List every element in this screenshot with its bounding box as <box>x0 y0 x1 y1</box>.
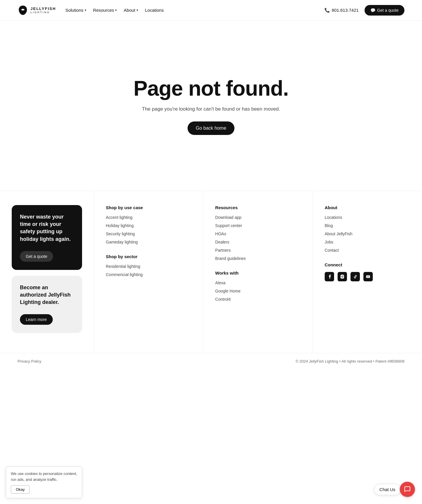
list-item: Contact <box>325 248 410 253</box>
list-item: About JellyFish <box>325 231 410 236</box>
security-lighting-link[interactable]: Security lighting <box>106 231 135 236</box>
blog-link[interactable]: Blog <box>325 223 333 228</box>
list-item: Commericial lighting <box>106 272 191 277</box>
list-item: Dealers <box>215 239 301 245</box>
accent-lighting-link[interactable]: Accent lighting <box>106 215 132 220</box>
connect-heading: Connect <box>325 262 410 267</box>
facebook-icon[interactable] <box>325 272 334 281</box>
navbar: JELLYFISH LIGHTING Solutions ▾ Resources… <box>0 0 422 21</box>
about-section: About Locations Blog About JellyFish Job… <box>325 205 410 253</box>
footer-about-col: About Locations Blog About JellyFish Job… <box>313 191 422 353</box>
shop-by-sector-section: Shop by sector Residential lighting Comm… <box>106 254 191 277</box>
phone-link[interactable]: 📞 801.613.7421 <box>324 8 359 13</box>
download-app-link[interactable]: Download app <box>215 215 241 220</box>
list-item: Blog <box>325 223 410 228</box>
list-item: HOAs <box>215 231 301 236</box>
instagram-icon[interactable] <box>338 272 347 281</box>
list-item: Residential lighting <box>106 264 191 269</box>
about-list: Locations Blog About JellyFish Jobs Cont… <box>325 215 410 253</box>
shop-use-case-heading: Shop by use case <box>106 205 191 210</box>
navbar-right: 📞 801.613.7421 💬 Get a quote <box>324 5 404 16</box>
shop-by-use-case-section: Shop by use case Accent lighting Holiday… <box>106 205 191 245</box>
shop-sector-list: Residential lighting Commericial lightin… <box>106 264 191 277</box>
brand-guidelines-link[interactable]: Brand guidelines <box>215 256 246 261</box>
works-with-list: Alexa Google Home Control4 <box>215 280 301 302</box>
main-content: Page not found. The page you're looking … <box>0 21 422 191</box>
holiday-lighting-link[interactable]: Holiday lighting <box>106 223 134 228</box>
about-heading: About <box>325 205 410 210</box>
control4-link[interactable]: Control4 <box>215 297 231 302</box>
list-item: Locations <box>325 215 410 220</box>
list-item: Holiday lighting <box>106 223 191 228</box>
footer-resources-col: Resources Download app Support center HO… <box>203 191 312 353</box>
nav-about[interactable]: About ▾ <box>124 8 138 13</box>
gameday-lighting-link[interactable]: Gameday lighting <box>106 240 138 244</box>
page-title: Page not found. <box>134 76 289 100</box>
chevron-down-icon: ▾ <box>137 9 138 12</box>
works-with-heading: Works with <box>215 270 301 275</box>
connect-section: Connect <box>325 262 410 281</box>
list-item: Support center <box>215 223 301 228</box>
commercial-lighting-link[interactable]: Commericial lighting <box>106 272 143 277</box>
phone-icon: 📞 <box>324 8 330 13</box>
footer: Never waste your time or risk your safet… <box>0 191 422 369</box>
list-item: Accent lighting <box>106 215 191 220</box>
chevron-down-icon: ▾ <box>115 9 117 12</box>
promo2-title: Become an authorized JellyFish Lighting … <box>20 284 74 306</box>
list-item: Brand guidelines <box>215 256 301 261</box>
works-with-section: Works with Alexa Google Home Control4 <box>215 270 301 302</box>
list-item: Security lighting <box>106 231 191 236</box>
list-item: Partners <box>215 248 301 253</box>
promo1-button[interactable]: Get a quote <box>20 251 53 262</box>
privacy-policy-link[interactable]: Privacy Policy <box>18 359 41 363</box>
quote-icon: 💬 <box>370 8 375 13</box>
nav-locations[interactable]: Locations <box>145 8 164 13</box>
footer-shop-col: Shop by use case Accent lighting Holiday… <box>94 191 203 353</box>
navbar-left: JELLYFISH LIGHTING Solutions ▾ Resources… <box>18 5 164 16</box>
logo-icon <box>18 5 28 16</box>
shop-sector-heading: Shop by sector <box>106 254 191 259</box>
nav-resources[interactable]: Resources ▾ <box>93 8 117 13</box>
youtube-icon[interactable] <box>363 272 373 281</box>
promo-card-dealer: Become an authorized JellyFish Lighting … <box>12 276 82 333</box>
list-item: Gameday lighting <box>106 239 191 245</box>
resources-heading: Resources <box>215 205 301 210</box>
shop-use-case-list: Accent lighting Holiday lighting Securit… <box>106 215 191 245</box>
hoas-link[interactable]: HOAs <box>215 231 226 236</box>
list-item: Alexa <box>215 280 301 285</box>
residential-lighting-link[interactable]: Residential lighting <box>106 264 140 269</box>
footer-bottom: Privacy Policy © 2024 JellyFish Lighting… <box>0 353 422 369</box>
get-quote-button[interactable]: 💬 Get a quote <box>365 5 404 16</box>
copyright-text: © 2024 JellyFish Lighting • All rights r… <box>296 359 404 363</box>
logo[interactable]: JELLYFISH LIGHTING <box>18 5 56 16</box>
jobs-link[interactable]: Jobs <box>325 240 333 244</box>
list-item: Download app <box>215 215 301 220</box>
nav-solutions[interactable]: Solutions ▾ <box>65 8 86 13</box>
logo-text: JELLYFISH LIGHTING <box>30 6 56 14</box>
list-item: Google Home <box>215 288 301 294</box>
locations-link[interactable]: Locations <box>325 215 342 220</box>
list-item: Jobs <box>325 239 410 245</box>
tiktok-icon[interactable] <box>350 272 360 281</box>
alexa-link[interactable]: Alexa <box>215 280 225 285</box>
google-home-link[interactable]: Google Home <box>215 289 240 293</box>
list-item: Control4 <box>215 297 301 302</box>
not-found-description: The page you're looking for can't be fou… <box>142 106 280 112</box>
dealers-link[interactable]: Dealers <box>215 240 229 244</box>
promo1-title: Never waste your time or risk your safet… <box>20 213 74 243</box>
resources-section: Resources Download app Support center HO… <box>215 205 301 261</box>
contact-link[interactable]: Contact <box>325 248 339 253</box>
chevron-down-icon: ▾ <box>85 9 86 12</box>
support-center-link[interactable]: Support center <box>215 223 242 228</box>
go-back-home-button[interactable]: Go back home <box>188 121 234 135</box>
promo-card-holiday: Never waste your time or risk your safet… <box>12 205 82 270</box>
about-jellyfish-link[interactable]: About JellyFish <box>325 231 353 236</box>
footer-main: Never waste your time or risk your safet… <box>0 191 422 353</box>
partners-link[interactable]: Partners <box>215 248 231 253</box>
nav-links: Solutions ▾ Resources ▾ About ▾ Location… <box>65 8 164 13</box>
resources-list: Download app Support center HOAs Dealers… <box>215 215 301 261</box>
promo2-button[interactable]: Learn more <box>20 314 53 325</box>
footer-promo-col: Never waste your time or risk your safet… <box>0 191 94 353</box>
social-icons <box>325 272 410 281</box>
